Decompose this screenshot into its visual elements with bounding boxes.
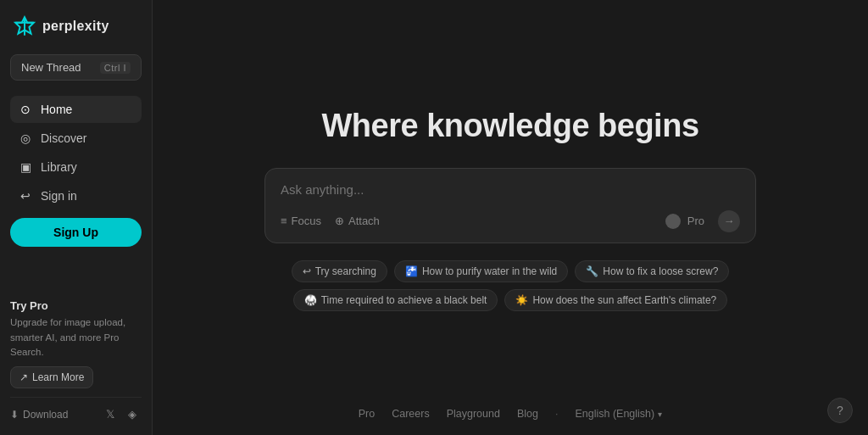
new-thread-button[interactable]: New Thread Ctrl I: [10, 54, 142, 81]
download-icon: ⬇: [10, 409, 19, 421]
discover-icon: ◎: [19, 131, 32, 145]
help-button[interactable]: ?: [827, 398, 853, 423]
suggestion-emoji-0: ↩: [303, 265, 311, 277]
pro-label: Pro: [687, 215, 704, 227]
sidebar-item-discover-label: Discover: [41, 131, 86, 145]
download-button[interactable]: ⬇ Download: [10, 409, 68, 421]
try-pro-title: Try Pro: [10, 299, 142, 312]
learn-more-button[interactable]: ↗ Learn More: [10, 366, 93, 388]
suggestion-text-2: How to fix a loose screw?: [603, 265, 718, 277]
twitter-icon[interactable]: 𝕏: [106, 408, 120, 421]
main-content: Where knowledge begins ≡ Focus ⊕ Attach …: [153, 0, 868, 435]
sidebar-item-library[interactable]: ▣ Library: [10, 153, 142, 181]
signup-button[interactable]: Sign Up: [10, 218, 142, 247]
suggestion-text-3: Time required to achieve a black belt: [321, 294, 487, 306]
suggestions-list: ↩ Try searching 🚰 How to purify water in…: [264, 260, 756, 311]
focus-label: Focus: [292, 215, 321, 227]
submit-arrow-icon: →: [724, 215, 735, 227]
attach-label: Attach: [348, 215, 380, 227]
suggestion-text-1: How to purify water in the wild: [422, 265, 557, 277]
main-title: Where knowledge begins: [321, 108, 698, 144]
suggestion-chip-1[interactable]: 🚰 How to purify water in the wild: [394, 260, 568, 282]
bottom-nav: Pro Careers Playground Blog · English (E…: [359, 408, 662, 420]
footer-dot: ·: [555, 408, 558, 420]
suggestion-emoji-2: 🔧: [586, 265, 598, 277]
footer-careers-link[interactable]: Careers: [392, 408, 429, 420]
footer-playground-link[interactable]: Playground: [447, 408, 500, 420]
learn-more-arrow-icon: ↗: [19, 371, 28, 383]
logo-area: perplexity: [10, 14, 142, 39]
language-selector[interactable]: English (English) ▾: [575, 408, 662, 420]
nav-list: ⊙ Home ◎ Discover ▣ Library ↩ Sign in Si…: [10, 96, 142, 289]
attach-icon: ⊕: [335, 215, 344, 227]
suggestion-emoji-3: 🥋: [304, 294, 317, 306]
library-icon: ▣: [19, 160, 32, 174]
language-label: English (English): [575, 408, 654, 420]
sidebar-item-home-label: Home: [41, 103, 72, 116]
download-label: Download: [23, 409, 68, 421]
home-icon: ⊙: [19, 103, 32, 116]
new-thread-label: New Thread: [21, 61, 81, 74]
focus-icon: ≡: [281, 215, 287, 227]
search-input[interactable]: [281, 182, 740, 197]
sidebar-item-library-label: Library: [41, 160, 77, 174]
discord-icon[interactable]: ◈: [128, 408, 142, 421]
help-icon: ?: [837, 404, 843, 417]
sidebar-item-discover[interactable]: ◎ Discover: [10, 125, 142, 152]
search-box: ≡ Focus ⊕ Attach Pro →: [264, 168, 756, 243]
try-pro-description: Upgrade for image upload, smarter AI, an…: [10, 315, 142, 360]
new-thread-shortcut: Ctrl I: [100, 62, 131, 74]
sidebar-item-home[interactable]: ⊙ Home: [10, 96, 142, 123]
attach-button[interactable]: ⊕ Attach: [335, 215, 380, 227]
chevron-down-icon: ▾: [658, 410, 662, 419]
search-toolbar: ≡ Focus ⊕ Attach Pro →: [281, 210, 740, 232]
learn-more-label: Learn More: [32, 371, 84, 383]
sidebar-item-signin-label: Sign in: [41, 189, 77, 203]
sidebar-item-signin[interactable]: ↩ Sign in: [10, 182, 142, 209]
try-pro-section: Try Pro Upgrade for image upload, smarte…: [10, 289, 142, 388]
suggestion-emoji-1: 🚰: [405, 265, 418, 277]
sidebar: perplexity New Thread Ctrl I ⊙ Home ◎ Di…: [0, 0, 153, 435]
suggestion-emoji-4: ☀️: [515, 294, 528, 306]
signin-icon: ↩: [19, 189, 32, 203]
toggle-circle-icon: [665, 214, 681, 229]
footer-blog-link[interactable]: Blog: [517, 408, 538, 420]
suggestion-text-0: Try searching: [315, 265, 376, 277]
suggestion-chip-3[interactable]: 🥋 Time required to achieve a black belt: [293, 289, 498, 311]
suggestion-chip-4[interactable]: ☀️ How does the sun affect Earth's clima…: [504, 289, 727, 311]
logo-text: perplexity: [42, 19, 109, 34]
social-links: 𝕏 ◈: [106, 408, 142, 421]
logo-icon: [14, 15, 36, 37]
focus-button[interactable]: ≡ Focus: [281, 215, 321, 227]
suggestion-chip-2[interactable]: 🔧 How to fix a loose screw?: [575, 260, 729, 282]
suggestion-chip-0[interactable]: ↩ Try searching: [292, 260, 387, 282]
suggestion-text-4: How does the sun affect Earth's climate?: [532, 294, 716, 306]
pro-toggle[interactable]: Pro: [665, 214, 704, 229]
footer-pro-link[interactable]: Pro: [359, 408, 375, 420]
sidebar-footer: ⬇ Download 𝕏 ◈: [10, 397, 142, 421]
submit-button[interactable]: →: [718, 210, 740, 232]
